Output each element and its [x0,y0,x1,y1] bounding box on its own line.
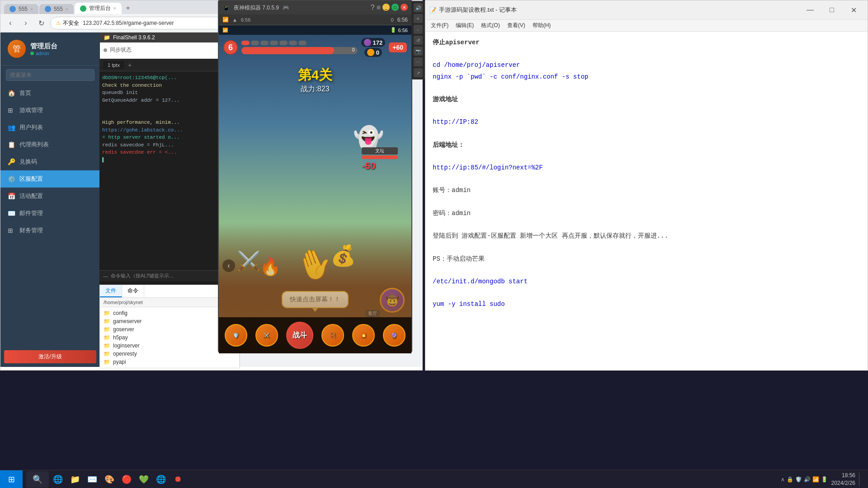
users-icon: 👥 [8,124,16,131]
new-tab-button[interactable]: + [123,2,134,14]
sidebar-item-mail[interactable]: ✉️ 邮件管理 [0,205,100,222]
terminal-line: Check the connection [102,82,238,89]
tray-icon-3[interactable]: 🔊 [804,476,811,483]
taskbar: ⊞ 🔍 🌐 📁 ✉️ 🎨 🔴 💚 🌐 ⏺ ∧ 🔒 🛡️ 🔊 📶 🔋 18:56 … [0,470,868,488]
action-btn-3[interactable]: 🏹 [321,324,344,347]
tab-close-2[interactable]: × [66,7,68,12]
tray-icon-5[interactable]: 🔋 [821,476,828,483]
search-input[interactable] [6,69,94,81]
taskbar-search-button[interactable]: 🔍 [26,471,49,488]
taskbar-app1-icon[interactable]: 🔴 [118,471,135,488]
list-item[interactable]: 📁h5pay [102,333,237,342]
browser-tab-1[interactable]: 555 × [4,4,38,14]
emulator-help-button[interactable]: ? [371,4,375,12]
notepad-menu-file[interactable]: 文件(F) [427,20,452,31]
sidebar-item-game[interactable]: ⊞ 游戏管理 [0,102,100,119]
sidebar-item-agents[interactable]: 📋 代理商列表 [0,136,100,153]
battery-game-icon: 🔋 [390,27,396,33]
side-btn-volume-up[interactable]: + [414,14,423,23]
side-btn-more[interactable]: ⋯ [414,57,423,66]
taskbar-clock[interactable]: 18:56 2024/2/26 [831,472,855,487]
emulator-window: 📱 夜神模拟器 7.0.5.9 🎮 ? ≡ _ □ ✕ 📶 ▲ 6:56 0 6… [218,0,412,352]
tray-icon-4[interactable]: 📶 [812,476,819,483]
action-btn-1[interactable]: 🛡️ [225,324,247,347]
sidebar-item-redeem[interactable]: 🔑 兑换码 [0,153,100,170]
taskbar-edge-icon[interactable]: 🌐 [50,471,66,488]
emulator-close-button[interactable]: ✕ [401,4,408,11]
action-btn-2[interactable]: ⚔️ [255,324,278,347]
emulator-connect-icon: 🎮 [283,5,289,11]
notepad-minimize-button[interactable]: — [800,3,821,17]
tray-icon-2[interactable]: 🛡️ [795,476,802,483]
emulator-time: 6:56 [397,17,408,23]
browser-tab-2[interactable]: 555 × [39,4,74,14]
notepad-close-button[interactable]: ✕ [843,3,864,17]
emulator-menu-button[interactable]: ≡ [377,4,381,12]
char-portrait[interactable]: 🤠 [380,288,405,313]
hp-number: 0 [352,47,355,52]
battle-button[interactable]: 战斗 [286,322,313,349]
side-btn-external[interactable]: ↗ [414,68,423,77]
tab-label-active: 管理后台 [89,5,111,12]
sidebar-item-home[interactable]: 🏠 首页 [0,84,100,102]
warning-text: 不安全 [63,19,79,27]
forward-button[interactable]: › [19,17,32,29]
game-characters[interactable]: 👻 文坛 -50 ⚔️ 🔥 ✋ 💰 🤠 客厅 ‹ [219,116,411,317]
start-button[interactable]: ⊞ [0,470,23,488]
emulator-screen[interactable]: 📶 🔋 6:56 6 [219,25,411,353]
terminal-line: High performance, minim... [102,119,238,127]
list-item[interactable]: 📁loginserver [102,342,237,350]
browser-tab-active[interactable]: 管理后台 × [75,3,122,14]
sidebar-item-activity[interactable]: 📅 活动配置 [0,188,100,205]
side-btn-sound[interactable]: 🔊 [414,3,423,12]
list-item[interactable]: 📁openresty [102,350,237,358]
taskbar-chrome-icon[interactable]: 🌐 [153,471,169,488]
sidebar-item-zone-label: 区服配置 [19,175,43,183]
back-button[interactable]: ‹ [4,17,17,29]
tab-label-2: 555 [54,6,63,12]
notepad-menu-edit[interactable]: 编辑(E) [452,20,477,31]
file-tab-files[interactable]: 文件 [100,285,122,297]
tray-icon-1[interactable]: 🔒 [787,476,793,483]
taskbar-app2-icon[interactable]: 💚 [136,471,152,488]
notepad-menu-view[interactable]: 查看(V) [504,20,529,31]
list-item[interactable]: 📁gameserver [102,317,237,325]
tab-close-1[interactable]: × [30,7,33,12]
taskbar-mail-icon[interactable]: ✉️ [84,471,100,488]
sidebar-search[interactable] [0,66,100,84]
folder-icon: 📁 [104,351,110,357]
action-btn-5[interactable]: 🔮 [383,324,406,347]
show-desktop-button[interactable] [859,473,863,486]
side-btn-volume-down[interactable]: - [414,25,423,34]
notepad-menu-format[interactable]: 格式(O) [477,20,503,31]
side-btn-rotate[interactable]: ↺ [414,36,423,45]
game-screen[interactable]: 📶 🔋 6:56 6 [219,25,411,353]
list-item[interactable]: 📁config [102,309,237,317]
sidebar-item-mail-label: 邮件管理 [19,209,43,217]
terminal-tab-active[interactable]: 1 tptx [103,61,124,69]
taskbar-explorer-icon[interactable]: 📁 [67,471,83,488]
file-tab-commands[interactable]: 命令 [122,285,144,297]
notepad-maximize-button[interactable]: □ [821,3,842,17]
upgrade-button[interactable]: 激活/升级 [4,350,96,363]
notepad-content[interactable]: 停止apiserver cd /home/proj/apiserver ngin… [425,32,868,371]
emulator-minimize-button[interactable]: _ [382,4,390,11]
sidebar-item-finance[interactable]: ⊞ 财务管理 [0,222,100,239]
tab-close-active[interactable]: × [113,6,116,11]
tray-up-icon[interactable]: ∧ [781,476,785,483]
arrow-left-button[interactable]: ‹ [222,259,235,272]
reload-button[interactable]: ↻ [35,17,47,29]
list-item[interactable]: 📁goserver [102,325,237,333]
taskbar-record-icon[interactable]: ⏺ [170,471,186,488]
list-item[interactable]: 📁pyapi [102,358,237,366]
sidebar-item-zone[interactable]: ⚙️ 区服配置 [0,170,100,188]
action-btn-4[interactable]: 💥 [352,324,375,347]
add-terminal-button[interactable]: + [124,60,135,70]
clock-icon: 0 [391,17,394,23]
side-btn-screenshot[interactable]: 📷 [414,47,423,56]
terminal-prompt-icon: — [103,273,108,279]
notepad-menu-help[interactable]: 帮助(H) [529,20,555,31]
emulator-maximize-button[interactable]: □ [392,4,399,11]
taskbar-ps-icon[interactable]: 🎨 [101,471,118,488]
sidebar-item-users[interactable]: 👥 用户列表 [0,119,100,136]
